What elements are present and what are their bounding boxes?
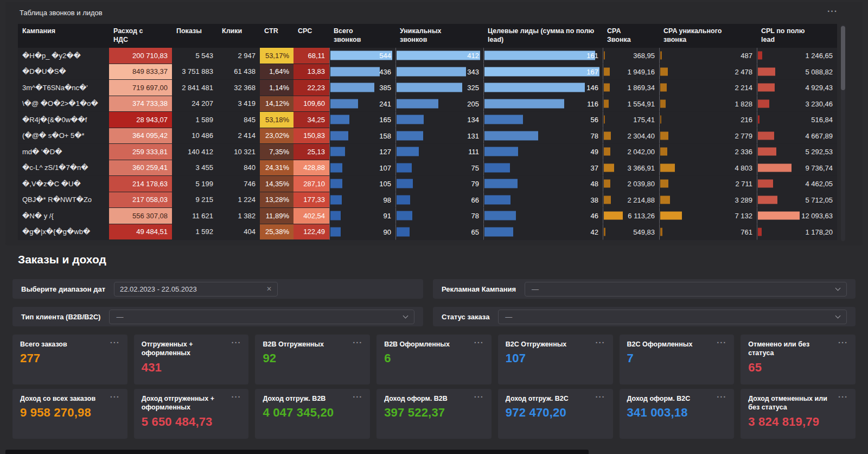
more-menu-icon[interactable]: ··· — [596, 394, 605, 400]
client-type-select[interactable]: — — [109, 310, 414, 324]
kpi-card: Всего заказов···277 — [12, 335, 127, 384]
cell-value: 5 712,05 — [805, 196, 833, 204]
cell-leads: 56 — [483, 112, 603, 128]
client-type-filter: Тип клиента (B2B/B2C) — — [12, 307, 423, 326]
column-header-ctr[interactable]: CTR — [260, 24, 293, 48]
column-header-leads[interactable]: Целевые лиды (сумма по полю lead) — [483, 24, 603, 48]
cell-cpl: 1 178,20 — [757, 224, 837, 241]
column-header-shows[interactable]: Показы — [172, 24, 218, 48]
cell-value: 205 — [467, 99, 479, 108]
column-header-cpc[interactable]: CPC — [293, 24, 329, 48]
more-menu-icon[interactable]: ··· — [838, 340, 848, 345]
cpa_unique-bar — [660, 212, 682, 220]
cell-value: 2 711 — [735, 180, 752, 188]
cell-shows: 140 412 — [172, 144, 218, 160]
clear-icon[interactable]: ✕ — [262, 285, 272, 293]
column-header-campaign[interactable]: Кампания — [18, 24, 109, 48]
table-scrollbar[interactable] — [841, 25, 845, 241]
column-header-clicks[interactable]: Клики — [218, 24, 260, 48]
more-menu-icon[interactable]: ··· — [827, 7, 838, 16]
cell-shows: 10 486 — [172, 128, 218, 144]
cell-cpa_call: 1 869,34 — [603, 80, 659, 96]
cell-unique_calls: 66 — [395, 192, 483, 209]
more-menu-icon[interactable]: ··· — [110, 340, 120, 345]
cell-value: 48 — [591, 180, 598, 188]
cpa_call-bar — [604, 131, 611, 140]
column-header-cpa_call[interactable]: CPA Звонка — [603, 24, 659, 48]
more-menu-icon[interactable]: ··· — [231, 394, 241, 400]
calls-bar — [330, 67, 380, 76]
cell-calls: 241 — [329, 96, 395, 112]
cell-campaign: QBJ�* R�NWT�Zo — [18, 192, 109, 209]
leads-bar — [484, 83, 585, 92]
cell-unique_calls: 134 — [395, 112, 483, 128]
column-header-unique_calls[interactable]: Уникальных звонков — [395, 24, 483, 48]
cell-value: 761 — [741, 228, 752, 236]
cell-value: 46 — [591, 212, 598, 220]
table-row: �H�p_ �y2��200 710,835 5432 94753,17%68,… — [18, 48, 837, 64]
cell-value: 325 — [467, 84, 479, 92]
date-range-input[interactable]: 22.02.2023 - 22.05.2023 ✕ — [114, 282, 278, 297]
cpa_call-bar — [604, 99, 609, 108]
more-menu-icon[interactable]: ··· — [231, 340, 241, 345]
cell-value: 37 — [591, 163, 598, 172]
cell-value: 1 949,16 — [627, 67, 655, 75]
unique_calls-bar — [397, 67, 466, 76]
cpa_unique-bar — [660, 67, 668, 75]
kpi-value: 9 958 270,98 — [20, 406, 120, 420]
cpl-bar — [758, 84, 775, 92]
cell-cpa_call: 549,83 — [603, 224, 659, 241]
cell-shows: 5 543 — [172, 48, 218, 64]
cell-expense: 214 178,63 — [109, 176, 172, 192]
cpa_call-bar — [604, 148, 610, 156]
order-status-select[interactable]: — — [498, 310, 847, 324]
leads-bar — [484, 227, 513, 236]
more-menu-icon[interactable]: ··· — [353, 340, 362, 345]
more-menu-icon[interactable]: ··· — [474, 340, 484, 345]
leads-bar — [484, 99, 564, 108]
kpi-value: 65 — [748, 361, 848, 375]
cell-cpl: 3 230,46 — [757, 96, 837, 112]
date-range-value: 22.02.2023 - 22.05.2023 — [120, 285, 197, 293]
table-row: �R4j�{&�0w��f28 943,071 58984553,18%34,2… — [18, 112, 837, 128]
cell-clicks: 10 321 — [218, 144, 260, 160]
more-menu-icon[interactable]: ··· — [596, 340, 605, 345]
cell-calls: 90 — [329, 224, 395, 241]
cell-ctr: 23,02% — [260, 128, 293, 144]
cell-cpa_unique: 487 — [659, 48, 757, 64]
cell-cpa_call: 1 554,91 — [603, 96, 659, 112]
column-header-cpl[interactable]: CPL по полю lead — [757, 24, 837, 48]
cpa_unique-bar — [660, 52, 662, 60]
more-menu-icon[interactable]: ··· — [110, 394, 120, 400]
cell-ctr: 7,35% — [260, 144, 293, 160]
column-header-cpa_unique[interactable]: CPA уникального звонка — [659, 24, 757, 48]
cell-value: 111 — [468, 148, 479, 156]
column-header-expense[interactable]: Расход с НДС — [109, 24, 172, 48]
cell-campaign: md� '�D� — [18, 144, 109, 160]
more-menu-icon[interactable]: ··· — [353, 394, 362, 400]
kpi-card: B2C Отгруженных···107 — [498, 335, 613, 384]
more-menu-icon[interactable]: ··· — [717, 394, 726, 400]
cell-value: 2 478 — [735, 67, 752, 75]
filter-label: Выберите диапазон дат — [21, 285, 105, 293]
scrollbar-thumb[interactable] — [841, 26, 845, 90]
cell-expense: 556 307,08 — [109, 208, 172, 224]
cell-campaign: �c-L^ zS/1�7�n� — [18, 160, 109, 176]
cell-value: 5 088,82 — [805, 67, 833, 75]
more-menu-icon[interactable]: ··· — [838, 394, 848, 400]
cell-cpl: 1 246,65 — [757, 48, 837, 64]
more-menu-icon[interactable]: ··· — [717, 340, 726, 345]
cell-value: 161 — [586, 52, 598, 60]
kpi-card: B2B Оформленных···6 — [376, 335, 492, 384]
cell-value: 65 — [471, 228, 479, 236]
ad-campaign-select[interactable]: — — [525, 282, 847, 297]
cell-unique_calls: 412 — [395, 48, 483, 64]
cell-value: 2 214,88 — [627, 196, 655, 204]
unique_calls-bar — [397, 131, 423, 140]
cell-value: 1 246,65 — [805, 52, 833, 60]
column-header-calls[interactable]: Всего звонков — [329, 24, 395, 48]
cell-shows: 3 751 883 — [172, 64, 218, 80]
table-row: 3m^�T6SNa�nc�'719 697,002 841 48132 3681… — [18, 80, 837, 96]
more-menu-icon[interactable]: ··· — [474, 394, 484, 400]
cell-value: 90 — [384, 228, 391, 236]
